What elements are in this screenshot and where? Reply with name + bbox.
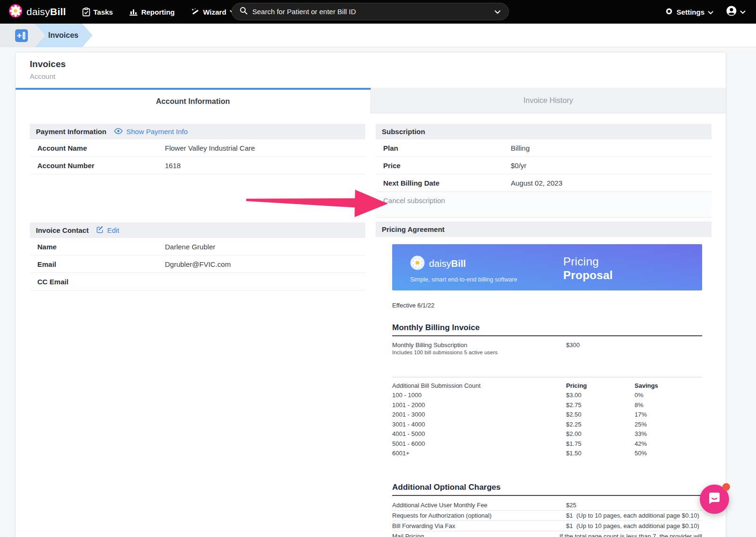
edit-pencil-icon — [96, 226, 104, 235]
charge-price: $1 (Up to 10 pages, each additional page… — [566, 522, 699, 529]
brand-logo[interactable]: daisyBill — [9, 4, 66, 20]
nav-reporting[interactable]: Reporting — [129, 8, 175, 16]
tier-price: $2.50 — [566, 411, 635, 418]
table-row: Additional Active User Monthly Fee $25 — [392, 500, 702, 510]
tab-account-information-label: Account Information — [156, 97, 230, 106]
invoice-contact-section: Invoice Contact Edit Name Darlene Grub — [30, 222, 365, 290]
top-navbar: daisyBill Tasks Reporting — [0, 0, 756, 24]
invoice-contact-header: Invoice Contact Edit — [30, 222, 365, 238]
charge-price: $1 (Up to 10 pages, each additional page… — [566, 512, 699, 519]
navbar-right: Settings — [665, 0, 746, 24]
tier-count: 5001 - 6000 — [392, 440, 566, 447]
table-row: Plan Billing — [376, 139, 712, 157]
table-row: Price $0/yr — [376, 157, 712, 174]
chat-bubble-icon — [707, 491, 722, 507]
table-row: Account Number 1618 — [30, 157, 365, 174]
nav-settings-label: Settings — [677, 8, 704, 16]
additional-optional-charges-heading: Additional Optional Charges — [392, 483, 702, 496]
reporting-chart-icon — [129, 8, 138, 16]
nav-user-menu[interactable] — [726, 5, 746, 18]
tier-count: 1001 - 2000 — [392, 401, 566, 409]
tier-price: $1.75 — [566, 440, 635, 447]
nav-settings[interactable]: Settings — [665, 7, 713, 17]
row-label: Email — [30, 260, 165, 268]
tier-count: 6001+ — [392, 450, 566, 457]
edit-invoice-contact-link[interactable]: Edit — [96, 226, 120, 235]
nav-reporting-label: Reporting — [141, 8, 175, 16]
breadcrumb: Invoices — [0, 24, 756, 47]
effective-date: Effective 6/1/22 — [392, 302, 702, 309]
right-column: Subscription Plan Billing Price $0/yr Ne… — [376, 124, 712, 537]
pricing-proposal-document: daisyBill Simple, smart end-to-end billi… — [376, 244, 712, 537]
nav-wizard[interactable]: Wizard — [191, 8, 235, 17]
subscription-section: Subscription Plan Billing Price $0/yr Ne… — [376, 124, 712, 218]
search-icon — [240, 7, 248, 17]
tier-price: $1.50 — [566, 450, 635, 457]
gear-icon — [665, 7, 673, 17]
left-column: Payment Information Show Payment Info Ac… — [30, 124, 365, 537]
row-label: CC Email — [30, 278, 165, 286]
tier-header-pricing: Pricing — [566, 382, 635, 389]
table-row: Mail Pricing If the total page count is … — [392, 531, 702, 537]
payment-information-section: Payment Information Show Payment Info Ac… — [30, 124, 365, 174]
tier-table-header: Additional Bill Submission Count Pricing… — [392, 381, 702, 391]
charge-name: Requests for Authorization (optional) — [392, 512, 566, 519]
show-payment-info-link[interactable]: Show Payment Info — [114, 128, 188, 136]
brand-name: daisyBill — [26, 6, 66, 17]
table-row: Next Billing Date August 02, 2023 — [376, 174, 712, 192]
row-label: Name — [30, 243, 165, 251]
proposal-heading-line2: Proposal — [563, 269, 613, 281]
row-value: Dgrubler@FVIC.com — [165, 260, 231, 268]
search-input[interactable] — [252, 8, 490, 16]
subscription-header: Subscription — [376, 124, 712, 139]
row-label: Next Billing Date — [376, 179, 511, 187]
tier-header-count: Additional Bill Submission Count — [392, 382, 566, 389]
submission-tier-table: Additional Bill Submission Count Pricing… — [392, 377, 702, 458]
row-label: Price — [376, 162, 511, 170]
tier-savings: 25% — [635, 421, 647, 428]
settings-chevron-down-icon — [708, 8, 713, 16]
tab-invoice-history-label: Invoice History — [524, 96, 573, 105]
cancel-subscription-link[interactable]: Cancel subscription — [383, 196, 445, 205]
table-row: 1001 - 2000 $2.75 8% — [392, 400, 702, 410]
main-card: Invoices Account Account Information Inv… — [15, 52, 726, 537]
tier-count: 2001 - 3000 — [392, 411, 566, 418]
nav-tasks[interactable]: Tasks — [82, 8, 113, 17]
wizard-wand-icon — [191, 8, 200, 17]
table-row: Account Name Flower Valley Industrial Ca… — [30, 139, 365, 157]
subscription-title: Subscription — [382, 128, 425, 136]
row-label: Account Number — [30, 162, 165, 170]
page-subtitle: Account — [30, 72, 712, 80]
tasks-clipboard-icon — [82, 8, 90, 17]
daisy-flower-icon — [9, 4, 23, 20]
cancel-subscription-row: Cancel subscription — [376, 192, 712, 218]
payment-information-header: Payment Information Show Payment Info — [30, 124, 365, 139]
proposal-banner-left: daisyBill Simple, smart end-to-end billi… — [410, 256, 517, 283]
edit-invoice-contact-label: Edit — [107, 226, 120, 234]
tier-savings: 42% — [635, 440, 647, 447]
search-chevron-down-icon[interactable] — [494, 8, 501, 16]
page-title: Invoices — [30, 59, 712, 69]
show-payment-info-label: Show Payment Info — [126, 128, 188, 136]
pricing-agreement-title: Pricing Agreement — [382, 225, 445, 233]
tier-count: 4001 - 5000 — [392, 430, 566, 437]
proposal-banner: daisyBill Simple, smart end-to-end billi… — [392, 244, 702, 290]
tab-invoice-history[interactable]: Invoice History — [371, 88, 726, 113]
tab-account-information[interactable]: Account Information — [16, 88, 371, 113]
tier-price: $2.25 — [566, 421, 635, 428]
account-home-icon — [15, 29, 28, 42]
table-row: 4001 - 5000 $2.00 33% — [392, 429, 702, 439]
tier-price: $2.00 — [566, 430, 635, 437]
table-row: 3001 - 4000 $2.25 25% — [392, 419, 702, 429]
tier-savings: 17% — [635, 411, 647, 418]
tier-price: $2.75 — [566, 401, 635, 409]
tier-count: 100 - 1000 — [392, 392, 566, 399]
tier-savings: 0% — [635, 392, 644, 399]
global-search[interactable] — [232, 3, 509, 20]
tab-bar: Account Information Invoice History — [16, 88, 726, 113]
table-row: Name Darlene Grubler — [30, 238, 365, 256]
pricing-agreement-header: Pricing Agreement — [376, 222, 712, 237]
row-label: Plan — [376, 144, 511, 152]
payment-information-title: Payment Information — [36, 128, 106, 136]
tab-content: Payment Information Show Payment Info Ac… — [16, 113, 726, 537]
